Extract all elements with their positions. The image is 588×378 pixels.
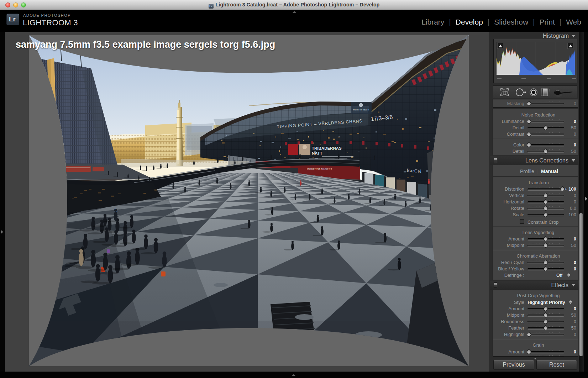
svg-text:MODERNA MUSEET: MODERNA MUSEET xyxy=(307,167,332,171)
svg-text:BarCel: BarCel xyxy=(406,167,422,174)
svg-text:TRIBADERNAS: TRIBADERNAS xyxy=(312,146,342,150)
svg-text:Rum för Barn: Rum för Barn xyxy=(353,108,369,111)
svg-text:NATT: NATT xyxy=(312,151,322,155)
